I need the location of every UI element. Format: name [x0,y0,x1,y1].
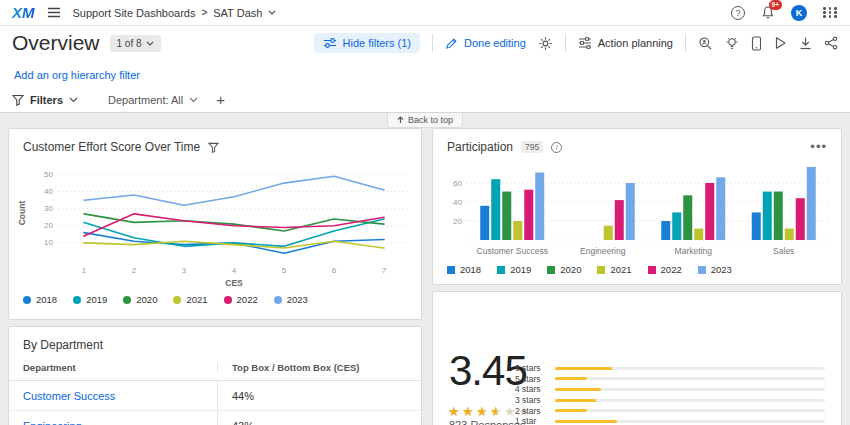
rating-row: 5 stars [515,374,825,385]
legend-swatch [648,266,656,274]
svg-text:3: 3 [182,266,187,275]
department-link[interactable]: Customer Success [9,381,217,410]
star-icon: ★★ [476,405,490,418]
help-icon[interactable]: ? [731,6,745,20]
download-icon[interactable] [799,36,812,50]
rating-row: 2 stars [515,405,825,416]
hide-filters-button[interactable]: Hide filters (1) [314,33,420,53]
play-icon[interactable] [774,36,787,50]
add-org-hierarchy-filter-link[interactable]: Add an org hierarchy filter [14,69,140,81]
add-filter-button[interactable]: + [216,92,225,107]
topbar-actions: ? 9+ K [731,5,838,21]
mobile-preview-icon[interactable] [751,36,762,51]
chevron-down-icon [189,97,198,103]
svg-text:Engineering: Engineering [580,246,626,256]
legend-swatch [224,296,232,304]
notification-count-badge: 9+ [769,0,782,10]
rating-bar-track [555,377,825,380]
rating-row-label: 3 stars [515,395,547,405]
rating-row: 1 star [515,416,825,425]
rating-bar-track [555,388,825,391]
pencil-icon [445,37,458,50]
star-icon: ★★ [490,405,504,418]
user-search-icon[interactable] [698,36,713,51]
back-to-top-button[interactable]: Back to top [387,113,463,128]
legend-swatch [73,296,81,304]
column-header-department[interactable]: Department [9,362,217,373]
star-rating-widget: 3.45 ★★★★★★★★★★★★ 823 Responses 6 stars5… [432,291,842,425]
breadcrumb-root[interactable]: Support Site Dashboards [73,7,196,19]
breadcrumb: Support Site Dashboards > SAT Dash [73,7,277,19]
legend-item-2022: 2022 [648,264,682,275]
page-selector[interactable]: 1 of 8 [110,35,161,52]
participation-bar-chart: 204060Customer SuccessEngineeringMarketi… [439,156,835,260]
rating-row: 4 stars [515,384,825,395]
department-filter-label: Department: All [108,94,183,106]
svg-text:60: 60 [453,179,462,188]
info-icon[interactable]: i [551,142,562,153]
legend-swatch [698,266,706,274]
rating-row: 6 stars [515,363,825,374]
funnel-icon[interactable] [208,142,219,153]
legend-swatch [547,266,555,274]
notifications-button[interactable]: 9+ [761,5,775,20]
legend-swatch [173,296,181,304]
svg-text:1: 1 [82,266,87,275]
topbox-value: 43% [217,411,421,425]
rating-row-label: 1 star [515,416,547,425]
legend-item-2019: 2019 [73,294,107,305]
svg-text:20: 20 [453,217,462,226]
avatar[interactable]: K [791,5,807,21]
lightbulb-icon[interactable] [725,36,739,51]
settings-gear-icon[interactable] [538,36,553,51]
share-icon[interactable] [824,36,838,50]
breadcrumb-current[interactable]: SAT Dash [213,7,262,19]
ces-over-time-widget: Customer Effort Score Over Time 10203040… [8,128,422,320]
toolbar-divider [685,34,686,52]
topbox-value: 44% [217,381,421,410]
rating-row-label: 2 stars [515,406,547,416]
svg-text:CES: CES [225,278,243,288]
legend-item-2018: 2018 [23,294,57,305]
column-header-topbox[interactable]: Top Box / Bottom Box (CES) [217,362,421,373]
svg-text:6: 6 [332,266,337,275]
department-link[interactable]: Engineering [9,411,217,425]
svg-text:5: 5 [282,266,287,275]
xm-logo[interactable]: XM [12,4,35,21]
svg-text:40: 40 [44,187,53,196]
action-planning-button[interactable]: Action planning [578,37,673,49]
widget-title: Participation [447,140,513,154]
legend-item-2020: 2020 [547,264,581,275]
rating-bar-fill [555,377,587,380]
page-title: Overview [12,31,100,55]
participation-widget: Participation 795 i ••• 204060Customer S… [432,128,842,285]
legend-swatch [123,296,131,304]
rating-row: 3 stars [515,395,825,406]
department-filter[interactable]: Department: All [108,94,198,106]
breadcrumb-separator: > [201,7,207,18]
done-editing-button[interactable]: Done editing [445,37,526,50]
filters-dropdown[interactable]: Filters [30,94,63,106]
back-to-top-label: Back to top [408,115,453,125]
svg-text:20: 20 [44,221,53,230]
hamburger-menu-icon[interactable] [47,7,61,18]
rating-row-label: 5 stars [515,374,547,384]
svg-text:Count: Count [17,201,27,226]
ces-line-chart: 10203040501234567CESCount [13,158,419,290]
svg-text:Marketing: Marketing [675,246,713,256]
chevron-down-icon [146,41,154,46]
app-switcher-icon[interactable] [823,7,838,18]
rating-row-label: 4 stars [515,384,547,394]
chevron-down-icon[interactable] [69,97,78,103]
filter-bar: Filters Department: All + [12,92,225,107]
widget-title: By Department [23,338,103,352]
table-row: Customer Success44% [9,381,421,411]
arrow-up-icon [397,116,404,124]
legend-swatch [447,266,455,274]
svg-text:40: 40 [453,198,462,207]
page-selector-label: 1 of 8 [117,38,142,49]
rating-bar-fill [555,388,601,391]
toolbar-divider [565,34,566,52]
more-options-icon[interactable]: ••• [810,144,827,151]
chevron-down-icon[interactable] [268,10,276,15]
